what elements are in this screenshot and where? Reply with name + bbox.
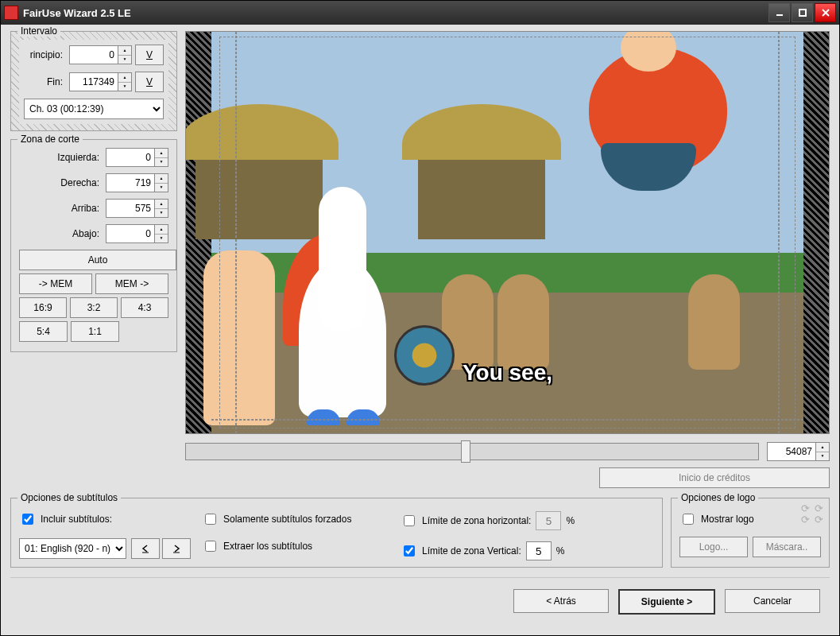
fin-label: Fin:	[24, 76, 66, 87]
show-logo-input[interactable]	[683, 514, 694, 525]
maximize-button[interactable]	[792, 3, 813, 22]
video-preview[interactable]: You see,	[185, 31, 830, 434]
ratio-11-button[interactable]: 1:1	[71, 321, 119, 342]
lim-h-checkbox[interactable]: Límite de zona horizontal:	[401, 513, 531, 529]
ratio-54-button[interactable]: 5:4	[19, 321, 68, 342]
intervalo-legend: Intervalo	[17, 25, 60, 37]
lim-h-label: Límite de zona horizontal:	[422, 515, 531, 526]
lim-v-label: Límite de zona Vertical:	[422, 545, 521, 556]
izquierda-spinner[interactable]: ▲▼	[106, 148, 168, 167]
fin-goto-button[interactable]: V	[135, 72, 164, 92]
abajo-input[interactable]	[106, 224, 154, 243]
subtitles-legend: Opciones de subtítulos	[17, 492, 121, 503]
arriba-input[interactable]	[106, 199, 154, 218]
forced-subs-checkbox[interactable]: Solamente subtítulos forzados	[202, 511, 385, 527]
svg-rect-1	[799, 10, 806, 16]
logo-legend: Opciones de logo	[678, 492, 758, 503]
abajo-label: Abajo:	[19, 228, 103, 239]
left-column: Intervalo rincipio: ▲▼ V Fin:	[10, 31, 177, 488]
ratio-169-button[interactable]: 16:9	[19, 297, 67, 318]
sub-prev-button[interactable]	[131, 538, 160, 559]
logo-group: Opciones de logo ⟳ ⟳⟳ ⟳ Mostrar logo Log…	[671, 498, 830, 568]
wizard-footer: < Atrás Siguiente > Cancelar	[10, 577, 830, 626]
credits-start-button[interactable]: Inicio de créditos	[599, 467, 830, 488]
lim-h-input[interactable]	[404, 515, 415, 526]
window-body: Intervalo rincipio: ▲▼ V Fin:	[1, 25, 839, 635]
izquierda-input[interactable]	[106, 148, 154, 167]
forced-subs-input[interactable]	[205, 514, 216, 525]
extract-subs-label: Extraer los subtítulos	[223, 541, 312, 552]
lim-h-value	[536, 511, 561, 530]
window-title: FairUse Wizard 2.5 LE	[23, 7, 767, 19]
lim-v-checkbox[interactable]: Límite de zona Vertical:	[401, 543, 521, 559]
subtitle-overlay: You see,	[463, 360, 552, 386]
ratio-32-button[interactable]: 3:2	[70, 297, 118, 318]
close-button[interactable]	[815, 3, 836, 22]
frame-input[interactable]	[767, 442, 815, 461]
mem-out-button[interactable]: MEM ->	[95, 273, 168, 294]
spin-buttons[interactable]: ▲▼	[118, 45, 132, 64]
slider-thumb[interactable]	[461, 440, 470, 463]
app-window: FairUse Wizard 2.5 LE Intervalo rincipio…	[0, 0, 840, 636]
top-row: Intervalo rincipio: ▲▼ V Fin:	[10, 31, 830, 488]
mem-in-button[interactable]: -> MEM	[19, 273, 92, 294]
logo-button[interactable]: Logo...	[679, 537, 748, 557]
chapter-select[interactable]: Ch. 03 (00:12:39)	[24, 99, 164, 119]
subtitles-group: Opciones de subtítulos Incluir subtítulo…	[10, 498, 663, 568]
izquierda-label: Izquierda:	[19, 152, 103, 163]
next-button[interactable]: Siguiente >	[618, 589, 715, 615]
sub-track-select[interactable]: 01: English (920 - n)	[19, 538, 126, 559]
arriba-spinner[interactable]: ▲▼	[106, 199, 168, 218]
extract-subs-input[interactable]	[205, 541, 216, 552]
principio-input[interactable]	[69, 45, 118, 64]
corte-legend: Zona de corte	[17, 134, 83, 145]
derecha-label: Derecha:	[19, 177, 103, 188]
percent-label: %	[556, 545, 565, 556]
cancel-button[interactable]: Cancelar	[725, 589, 820, 613]
principio-spinner[interactable]: ▲▼	[69, 45, 132, 64]
fin-input[interactable]	[69, 72, 118, 91]
fin-spinner[interactable]: ▲▼	[69, 72, 132, 91]
include-subs-input[interactable]	[22, 514, 33, 525]
abajo-spinner[interactable]: ▲▼	[106, 224, 168, 243]
lim-v-value[interactable]	[526, 541, 552, 560]
logo-corner-icon: ⟳ ⟳⟳ ⟳	[801, 503, 824, 526]
include-subs-label: Incluir subtítulos:	[41, 514, 112, 525]
corte-group: Zona de corte Izquierda: ▲▼ Derecha: ▲▼ …	[10, 139, 177, 352]
ratio-43-button[interactable]: 4:3	[121, 297, 168, 318]
arriba-label: Arriba:	[19, 203, 103, 214]
titlebar: FairUse Wizard 2.5 LE	[1, 1, 839, 25]
principio-label: rincipio:	[24, 49, 66, 60]
auto-button[interactable]: Auto	[19, 250, 176, 270]
bottom-row: Opciones de subtítulos Incluir subtítulo…	[10, 498, 830, 568]
sub-next-button[interactable]	[162, 538, 191, 559]
frame-spinner[interactable]: ▲▼	[767, 442, 830, 461]
intervalo-group: Intervalo rincipio: ▲▼ V Fin:	[10, 31, 177, 131]
percent-label: %	[566, 515, 575, 526]
derecha-input[interactable]	[106, 173, 154, 192]
app-icon	[4, 6, 18, 20]
lim-v-input[interactable]	[404, 545, 415, 556]
crop-mask-right	[803, 32, 829, 433]
include-subs-checkbox[interactable]: Incluir subtítulos:	[19, 511, 186, 527]
show-logo-checkbox[interactable]: Mostrar logo	[679, 511, 821, 527]
show-logo-label: Mostrar logo	[701, 514, 754, 525]
extract-subs-checkbox[interactable]: Extraer los subtítulos	[202, 538, 385, 554]
mask-button[interactable]: Máscara..	[753, 537, 821, 557]
preview-column: You see, ▲▼ Inicio de créditos	[185, 31, 830, 488]
back-button[interactable]: < Atrás	[513, 589, 609, 613]
principio-goto-button[interactable]: V	[135, 45, 164, 65]
frame-slider[interactable]	[185, 443, 759, 460]
derecha-spinner[interactable]: ▲▼	[106, 173, 168, 192]
spin-buttons[interactable]: ▲▼	[118, 72, 132, 91]
minimize-button[interactable]	[768, 3, 790, 22]
forced-subs-label: Solamente subtítulos forzados	[223, 514, 351, 525]
